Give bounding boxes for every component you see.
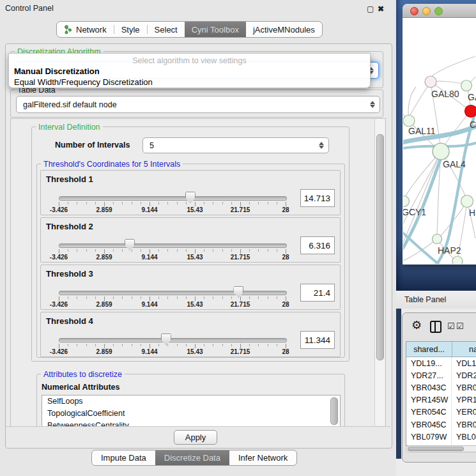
network-node[interactable]: [461, 81, 472, 91]
threshold-value-field[interactable]: 14.713: [300, 189, 335, 207]
tab-impute-data-label: Impute Data: [101, 453, 146, 463]
network-node[interactable]: [465, 105, 476, 118]
network-node[interactable]: [461, 196, 473, 208]
slider-major-tick: [104, 344, 105, 348]
close-traffic-light-icon[interactable]: [410, 7, 418, 15]
table-row[interactable]: YDL19...YDL1: [406, 357, 476, 369]
slider-minor-tick: [213, 249, 213, 252]
table-row[interactable]: YBL079WYBL0: [406, 431, 476, 443]
network-window-titlebar[interactable]: [403, 4, 476, 18]
slider-track[interactable]: [59, 338, 287, 342]
cell-name[interactable]: YBR0: [452, 418, 476, 431]
network-node[interactable]: [433, 143, 449, 160]
slider-thumb[interactable]: [125, 239, 135, 250]
minimize-traffic-light-icon[interactable]: [422, 7, 431, 15]
attribute-list-item[interactable]: TopologicalCoefficient: [42, 408, 340, 420]
network-canvas[interactable]: GAL80GACGAL11GAL4GCY1HHAP2: [403, 18, 476, 264]
panel-scrollbar-thumb[interactable]: [376, 134, 384, 360]
tab-select[interactable]: Select: [148, 22, 185, 37]
column-header-shared-name[interactable]: shared...: [406, 342, 452, 357]
cell-name[interactable]: YBR0: [452, 381, 476, 394]
cell-shared-name[interactable]: YBR045C: [406, 418, 452, 431]
cell-name[interactable]: YDR2: [452, 369, 476, 381]
slider-major-tick: [104, 202, 105, 206]
table-row[interactable]: YER054CYER0: [406, 406, 476, 418]
table-panel-titlebar[interactable]: Table Panel: [396, 291, 476, 309]
tab-infer-network[interactable]: Infer Network: [229, 450, 296, 465]
tab-jactivemnodules[interactable]: jActiveMNodules: [246, 22, 322, 37]
network-node[interactable]: [403, 115, 415, 127]
column-header-name[interactable]: na: [452, 342, 476, 357]
threshold-value-field[interactable]: 21.4: [300, 284, 335, 302]
axis-tick-label: -3.426: [50, 254, 68, 261]
close-icon[interactable]: ✖: [378, 4, 384, 13]
axis-tick-label: 21.715: [231, 348, 250, 355]
table-row[interactable]: YBR043CYBR0: [406, 381, 476, 394]
slider-minor-tick: [268, 249, 268, 252]
cell-shared-name[interactable]: YDL19...: [406, 357, 452, 369]
table-data-combobox[interactable]: galFiltered.sif default node: [16, 96, 380, 113]
horizontal-scrollbar-thumb[interactable]: [408, 447, 464, 451]
list-scrollbar[interactable]: [330, 397, 338, 425]
slider-minor-tick: [186, 296, 187, 299]
table-row[interactable]: YDR27...YDR2: [406, 369, 476, 381]
slider-thumb[interactable]: [161, 334, 171, 345]
network-node-label: GA: [468, 92, 476, 102]
attribute-list-item[interactable]: SelfLoops: [42, 395, 340, 408]
slider-track[interactable]: [59, 291, 287, 295]
table-row[interactable]: YPR145WYPR1: [406, 394, 476, 406]
threshold-label: Threshold 4: [46, 316, 93, 326]
threshold-value-field[interactable]: 6.316: [300, 236, 335, 254]
tab-style[interactable]: Style: [114, 22, 147, 37]
cell-shared-name[interactable]: YER054C: [406, 406, 452, 418]
slider-major-tick: [150, 249, 150, 254]
tab-network[interactable]: Network: [57, 22, 114, 37]
gear-icon[interactable]: ⚙: [411, 318, 422, 332]
axis-tick-label: 15.43: [187, 206, 203, 213]
cell-shared-name[interactable]: YBR043C: [406, 381, 452, 394]
network-window[interactable]: GAL80GACGAL11GAL4GCY1HHAP2: [403, 4, 476, 265]
slider-track[interactable]: [59, 196, 287, 201]
algorithm-option-equal-width[interactable]: Equal Width/Frequency Discretization: [14, 77, 153, 87]
tab-cyni-toolbox[interactable]: Cyni Toolbox: [185, 22, 246, 37]
slider-minor-tick: [268, 202, 268, 204]
num-intervals-combobox[interactable]: 5: [142, 137, 329, 153]
split-view-icon[interactable]: [430, 321, 441, 333]
network-edge[interactable]: [431, 56, 475, 77]
network-node[interactable]: [452, 256, 463, 264]
threshold-value-field[interactable]: 11.344: [300, 331, 335, 349]
cell-name[interactable]: YPR1: [452, 394, 476, 406]
cell-name[interactable]: YBL0: [452, 431, 476, 443]
horizontal-scrollbar-track[interactable]: [406, 445, 476, 452]
tab-impute-data[interactable]: Impute Data: [92, 450, 155, 465]
slider-major-tick: [240, 202, 241, 206]
tab-discretize-data[interactable]: Discretize Data: [155, 450, 229, 465]
algorithm-dropdown-popup: Select algorithm to view settings Manual…: [8, 53, 371, 88]
slider-minor-tick: [77, 249, 77, 252]
table-panel-edge: [396, 309, 401, 459]
slider-minor-tick: [158, 249, 159, 252]
slider-thumb[interactable]: [185, 192, 196, 203]
cell-shared-name[interactable]: YDR27...: [406, 369, 452, 381]
zoom-traffic-light-icon[interactable]: [434, 7, 443, 15]
cell-shared-name[interactable]: YPR145W: [406, 394, 452, 406]
numerical-attributes-list[interactable]: SelfLoopsTopologicalCoefficientBetweenne…: [42, 395, 341, 427]
table-row[interactable]: YBR045CYBR0: [406, 418, 476, 431]
cell-name[interactable]: YER0: [452, 406, 476, 418]
network-node[interactable]: [433, 234, 442, 244]
checkbox-icon[interactable]: ☑: [456, 321, 464, 331]
network-node[interactable]: [425, 76, 436, 88]
float-window-icon[interactable]: ▢: [367, 4, 374, 13]
slider-minor-tick: [68, 202, 68, 204]
slider-track[interactable]: [59, 243, 287, 248]
apply-button[interactable]: Apply: [174, 430, 217, 445]
slider-minor-tick: [132, 249, 132, 252]
cell-name[interactable]: YDL1: [452, 357, 476, 369]
checkbox-icon[interactable]: ☑: [447, 321, 455, 331]
network-node[interactable]: [403, 196, 410, 207]
algorithm-option-manual[interactable]: Manual Discretization: [14, 66, 100, 76]
cell-shared-name[interactable]: YBL079W: [406, 431, 452, 443]
slider-thumb[interactable]: [233, 286, 243, 298]
slider-minor-tick: [141, 202, 141, 204]
tab-style-label: Style: [121, 25, 140, 35]
